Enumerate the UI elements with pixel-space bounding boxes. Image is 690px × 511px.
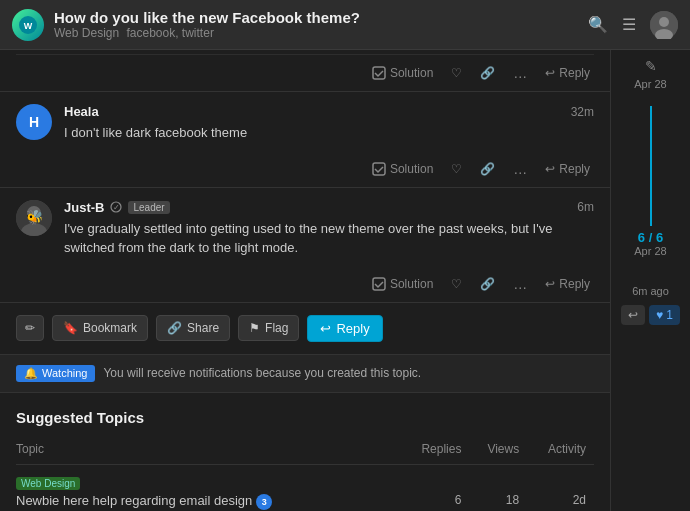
- avatar-justb: 🐝: [16, 200, 52, 236]
- svg-point-3: [659, 17, 669, 27]
- sidebar-page-date: Apr 28: [634, 245, 666, 257]
- topic-notification-dot: 3: [256, 494, 272, 510]
- reply-button-3[interactable]: ↩ Reply: [541, 275, 594, 293]
- post-2-content: Heala 32m I don't like dark facebook the…: [64, 104, 594, 143]
- like-reaction-icon: ♥: [656, 308, 663, 322]
- topic-cell: Web DesignNewbie here help regarding ema…: [16, 464, 400, 511]
- watching-badge[interactable]: 🔔 Watching: [16, 365, 95, 382]
- views-cell: 18: [469, 464, 527, 511]
- suggested-topics: Suggested Topics Topic Replies Views Act…: [0, 393, 610, 512]
- category-label[interactable]: Web Design: [54, 26, 119, 40]
- hamburger-icon[interactable]: ☰: [622, 15, 636, 34]
- post-2-body: H Heala 32m I don't like dark facebook t…: [16, 104, 594, 143]
- col-replies: Replies: [400, 438, 470, 465]
- watching-message: You will receive notifications because y…: [103, 366, 421, 380]
- post-1-actions: Solution ♡ 🔗 … ↩ Reply: [16, 54, 594, 91]
- post-item: H Heala 32m I don't like dark facebook t…: [0, 92, 610, 188]
- post-3-text: I've gradually settled into getting used…: [64, 219, 594, 258]
- site-header: W How do you like the new Facebook theme…: [0, 0, 690, 50]
- like-reaction-count: 1: [666, 308, 673, 322]
- tags-label: facebook, twitter: [127, 26, 214, 40]
- solution-button-3[interactable]: Solution: [368, 275, 437, 293]
- post-3-body: 🐝 Just-B ✓ Leader 6m I've gradually sett…: [16, 200, 594, 258]
- post-3-content: Just-B ✓ Leader 6m I've gradually settle…: [64, 200, 594, 258]
- post-item: 🐝 Just-B ✓ Leader 6m I've gradually sett…: [0, 188, 610, 303]
- share-button[interactable]: 🔗 Share: [156, 315, 230, 341]
- flag-button[interactable]: ⚑ Flag: [238, 315, 299, 341]
- header-icons: 🔍 ☰: [588, 11, 678, 39]
- reply-button-2[interactable]: ↩ Reply: [541, 160, 594, 178]
- post-item: Solution ♡ 🔗 … ↩ Reply: [0, 50, 610, 92]
- like-button-2[interactable]: ♡: [447, 160, 466, 178]
- header-title-area: How do you like the new Facebook theme? …: [54, 9, 588, 40]
- avatar-heala: H: [16, 104, 52, 140]
- post-3-meta: Just-B ✓ Leader 6m: [64, 200, 594, 215]
- col-topic: Topic: [16, 438, 400, 465]
- main-layout: Solution ♡ 🔗 … ↩ Reply H Heala: [0, 50, 690, 511]
- svg-rect-6: [373, 163, 385, 175]
- topic-title[interactable]: Newbie here help regarding email design3: [16, 493, 392, 510]
- solution-button-1[interactable]: Solution: [368, 64, 437, 82]
- solution-button-2[interactable]: Solution: [368, 160, 437, 178]
- reply-reaction-icon: ↩: [628, 308, 638, 322]
- col-views: Views: [469, 438, 527, 465]
- search-icon[interactable]: 🔍: [588, 15, 608, 34]
- sidebar-pencil-icon[interactable]: ✎: [645, 58, 657, 74]
- bookmark-button[interactable]: 🔖 Bookmark: [52, 315, 148, 341]
- post-3-badge: Leader: [128, 201, 169, 214]
- sidebar-reactions: ↩ ♥ 1: [621, 305, 680, 325]
- svg-text:✓: ✓: [113, 203, 120, 212]
- flag-icon: ⚑: [249, 321, 260, 335]
- bookmark-icon: 🔖: [63, 321, 78, 335]
- more-button-3[interactable]: …: [509, 274, 531, 294]
- watching-bar: 🔔 Watching You will receive notification…: [0, 355, 610, 393]
- post-3-time: 6m: [577, 200, 594, 214]
- svg-rect-5: [373, 67, 385, 79]
- sidebar-page-indicator: 6 / 6: [638, 230, 663, 245]
- svg-rect-13: [373, 278, 385, 290]
- main-reply-button[interactable]: ↩ Reply: [307, 315, 382, 342]
- like-button-3[interactable]: ♡: [447, 275, 466, 293]
- post-2-time: 32m: [571, 105, 594, 119]
- page-subtitle: Web Design facebook, twitter: [54, 26, 588, 40]
- sidebar-ago: 6m ago: [632, 285, 669, 297]
- svg-text:🐝: 🐝: [26, 209, 44, 226]
- more-button-2[interactable]: …: [509, 159, 531, 179]
- bell-icon: 🔔: [24, 367, 38, 380]
- sidebar-progress-line: [650, 106, 652, 226]
- link-button-2[interactable]: 🔗: [476, 160, 499, 178]
- replies-cell: 6: [400, 464, 470, 511]
- user-avatar[interactable]: [650, 11, 678, 39]
- col-activity: Activity: [527, 438, 594, 465]
- post-2-actions: Solution ♡ 🔗 … ↩ Reply: [16, 151, 594, 187]
- page-title[interactable]: How do you like the new Facebook theme?: [54, 9, 588, 26]
- more-button-1[interactable]: …: [509, 63, 531, 83]
- sidebar-like-reaction[interactable]: ♥ 1: [649, 305, 680, 325]
- suggested-title: Suggested Topics: [16, 409, 594, 426]
- sidebar: ✎ Apr 28 6 / 6 Apr 28 6m ago ↩ ♥ 1: [610, 50, 690, 511]
- share-icon: 🔗: [167, 321, 182, 335]
- reply-button-1[interactable]: ↩ Reply: [541, 64, 594, 82]
- post-3-username[interactable]: Just-B: [64, 200, 104, 215]
- table-row: Web DesignNewbie here help regarding ema…: [16, 464, 594, 511]
- like-button-1[interactable]: ♡: [447, 64, 466, 82]
- sidebar-reply-reaction[interactable]: ↩: [621, 305, 645, 325]
- svg-text:W: W: [24, 21, 33, 31]
- pencil-icon: ✏: [25, 321, 35, 335]
- activity-cell: 2d: [527, 464, 594, 511]
- post-2-username[interactable]: Heala: [64, 104, 99, 119]
- posts-area: Solution ♡ 🔗 … ↩ Reply H Heala: [0, 50, 610, 511]
- link-button-1[interactable]: 🔗: [476, 64, 499, 82]
- bottom-toolbar: ✏ 🔖 Bookmark 🔗 Share ⚑ Flag ↩ Reply: [0, 303, 610, 355]
- pencil-button[interactable]: ✏: [16, 315, 44, 341]
- topics-table: Topic Replies Views Activity Web DesignN…: [16, 438, 594, 512]
- site-logo[interactable]: W: [12, 9, 44, 41]
- link-button-3[interactable]: 🔗: [476, 275, 499, 293]
- post-2-meta: Heala 32m: [64, 104, 594, 119]
- reply-arrow-icon: ↩: [320, 321, 331, 336]
- sidebar-top-date: Apr 28: [634, 78, 666, 90]
- post-2-text: I don't like dark facebook theme: [64, 123, 594, 143]
- category-badge[interactable]: Web Design: [16, 477, 80, 490]
- post-3-actions: Solution ♡ 🔗 … ↩ Reply: [16, 266, 594, 302]
